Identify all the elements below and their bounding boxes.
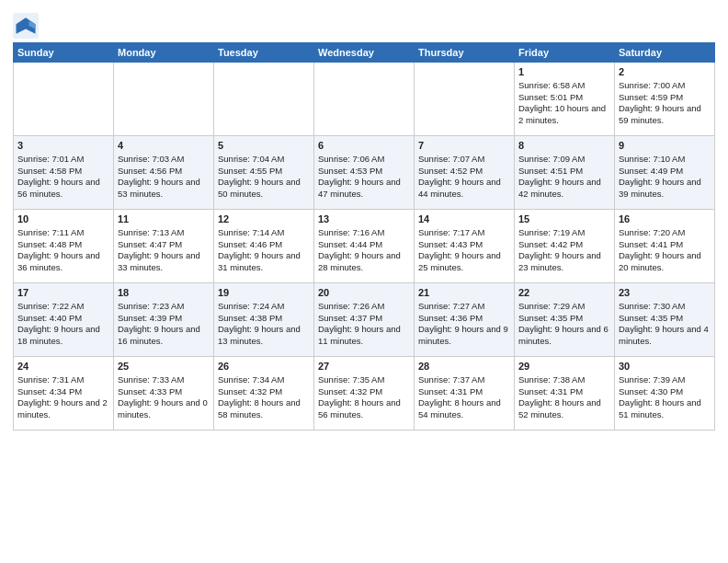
day-info: Daylight: 9 hours and 9 minutes. [418, 324, 510, 348]
calendar-cell: 22Sunrise: 7:29 AMSunset: 4:35 PMDayligh… [515, 283, 615, 357]
day-info: Sunset: 4:36 PM [418, 313, 510, 325]
day-number: 23 [619, 286, 711, 300]
day-info: Sunrise: 7:16 AM [318, 227, 410, 239]
day-info: Daylight: 9 hours and 20 minutes. [619, 250, 711, 274]
calendar-cell: 19Sunrise: 7:24 AMSunset: 4:38 PMDayligh… [214, 283, 314, 357]
day-info: Sunrise: 7:00 AM [619, 80, 711, 92]
day-info: Sunset: 4:39 PM [118, 313, 210, 325]
day-number: 18 [118, 286, 210, 300]
calendar-week: 10Sunrise: 7:11 AMSunset: 4:48 PMDayligh… [14, 210, 715, 283]
day-info: Sunset: 4:33 PM [118, 386, 210, 398]
day-info: Sunset: 4:35 PM [518, 313, 610, 325]
day-info: Sunrise: 7:19 AM [518, 227, 610, 239]
day-info: Sunrise: 7:35 AM [318, 374, 410, 386]
day-info: Daylight: 9 hours and 47 minutes. [318, 177, 410, 201]
day-info: Sunrise: 7:39 AM [619, 374, 711, 386]
day-info: Sunrise: 7:30 AM [619, 301, 711, 313]
day-number: 16 [619, 213, 711, 226]
day-info: Daylight: 9 hours and 25 minutes. [418, 250, 510, 274]
logo [13, 13, 42, 39]
day-info: Daylight: 9 hours and 56 minutes. [17, 177, 109, 201]
day-info: Sunrise: 7:33 AM [118, 374, 210, 386]
day-header: Monday [114, 43, 214, 63]
day-number: 9 [619, 139, 711, 153]
day-info: Sunrise: 7:13 AM [118, 227, 210, 239]
day-info: Sunrise: 7:03 AM [118, 154, 210, 166]
day-info: Daylight: 9 hours and 33 minutes. [118, 250, 210, 274]
day-info: Sunset: 4:51 PM [518, 166, 610, 178]
day-header: Wednesday [314, 43, 415, 63]
day-number: 28 [418, 360, 510, 373]
day-info: Sunrise: 7:07 AM [418, 154, 510, 166]
day-header: Friday [515, 43, 615, 63]
day-header: Thursday [415, 43, 515, 63]
day-info: Daylight: 10 hours and 2 minutes. [518, 103, 610, 127]
calendar-cell: 20Sunrise: 7:26 AMSunset: 4:37 PMDayligh… [314, 283, 415, 357]
calendar-cell: 28Sunrise: 7:37 AMSunset: 4:31 PMDayligh… [415, 357, 515, 431]
day-info: Sunset: 4:43 PM [418, 239, 510, 251]
day-info: Sunrise: 7:38 AM [518, 374, 610, 386]
calendar-cell: 16Sunrise: 7:20 AMSunset: 4:41 PMDayligh… [615, 210, 715, 283]
day-info: Sunset: 4:35 PM [619, 313, 711, 325]
day-info: Daylight: 8 hours and 54 minutes. [418, 397, 510, 421]
day-info: Sunrise: 7:31 AM [17, 374, 109, 386]
calendar-cell: 5Sunrise: 7:04 AMSunset: 4:55 PMDaylight… [214, 136, 314, 210]
day-number: 5 [218, 139, 310, 153]
day-info: Daylight: 9 hours and 16 minutes. [118, 324, 210, 348]
logo-icon [13, 13, 39, 39]
day-info: Sunset: 4:31 PM [518, 386, 610, 398]
day-info: Daylight: 9 hours and 44 minutes. [418, 177, 510, 201]
day-info: Daylight: 8 hours and 56 minutes. [318, 397, 410, 421]
day-info: Sunset: 4:46 PM [218, 239, 310, 251]
calendar-cell [114, 63, 214, 136]
calendar-cell [415, 63, 515, 136]
day-info: Sunrise: 7:24 AM [218, 301, 310, 313]
day-number: 17 [17, 286, 109, 300]
day-info: Daylight: 8 hours and 51 minutes. [619, 397, 711, 421]
day-info: Sunset: 4:37 PM [318, 313, 410, 325]
day-info: Sunset: 4:41 PM [619, 239, 711, 251]
day-info: Daylight: 9 hours and 42 minutes. [518, 177, 610, 201]
calendar-cell: 25Sunrise: 7:33 AMSunset: 4:33 PMDayligh… [114, 357, 214, 431]
day-number: 13 [318, 213, 410, 226]
day-info: Sunrise: 7:09 AM [518, 154, 610, 166]
day-info: Sunrise: 7:11 AM [17, 227, 109, 239]
calendar-cell: 15Sunrise: 7:19 AMSunset: 4:42 PMDayligh… [515, 210, 615, 283]
day-info: Sunrise: 6:58 AM [518, 80, 610, 92]
calendar-cell: 29Sunrise: 7:38 AMSunset: 4:31 PMDayligh… [515, 357, 615, 431]
day-info: Sunset: 4:47 PM [118, 239, 210, 251]
day-info: Sunrise: 7:26 AM [318, 301, 410, 313]
day-info: Daylight: 9 hours and 36 minutes. [17, 250, 109, 274]
day-info: Daylight: 9 hours and 53 minutes. [118, 177, 210, 201]
calendar-cell: 8Sunrise: 7:09 AMSunset: 4:51 PMDaylight… [515, 136, 615, 210]
calendar-cell: 24Sunrise: 7:31 AMSunset: 4:34 PMDayligh… [14, 357, 114, 431]
day-number: 25 [118, 360, 210, 373]
day-number: 15 [518, 213, 610, 226]
calendar-cell: 2Sunrise: 7:00 AMSunset: 4:59 PMDaylight… [615, 63, 715, 136]
day-info: Daylight: 9 hours and 13 minutes. [218, 324, 310, 348]
day-info: Sunset: 4:32 PM [218, 386, 310, 398]
calendar-week: 17Sunrise: 7:22 AMSunset: 4:40 PMDayligh… [14, 283, 715, 357]
day-info: Sunset: 4:58 PM [17, 166, 109, 178]
calendar-cell: 1Sunrise: 6:58 AMSunset: 5:01 PMDaylight… [515, 63, 615, 136]
day-info: Daylight: 9 hours and 11 minutes. [318, 324, 410, 348]
day-info: Sunrise: 7:14 AM [218, 227, 310, 239]
day-header: Saturday [615, 43, 715, 63]
day-info: Daylight: 9 hours and 23 minutes. [518, 250, 610, 274]
day-number: 29 [518, 360, 610, 373]
day-info: Daylight: 9 hours and 18 minutes. [17, 324, 109, 348]
calendar-cell: 3Sunrise: 7:01 AMSunset: 4:58 PMDaylight… [14, 136, 114, 210]
day-info: Sunrise: 7:04 AM [218, 154, 310, 166]
day-info: Sunset: 5:01 PM [518, 92, 610, 104]
calendar-cell: 12Sunrise: 7:14 AMSunset: 4:46 PMDayligh… [214, 210, 314, 283]
day-header: Sunday [14, 43, 114, 63]
day-info: Sunset: 4:34 PM [17, 386, 109, 398]
calendar-cell: 6Sunrise: 7:06 AMSunset: 4:53 PMDaylight… [314, 136, 415, 210]
day-number: 10 [17, 213, 109, 226]
calendar-body: 1Sunrise: 6:58 AMSunset: 5:01 PMDaylight… [14, 63, 715, 431]
calendar-cell [14, 63, 114, 136]
day-info: Daylight: 9 hours and 31 minutes. [218, 250, 310, 274]
day-number: 26 [218, 360, 310, 373]
day-number: 30 [619, 360, 711, 373]
calendar-cell: 14Sunrise: 7:17 AMSunset: 4:43 PMDayligh… [415, 210, 515, 283]
